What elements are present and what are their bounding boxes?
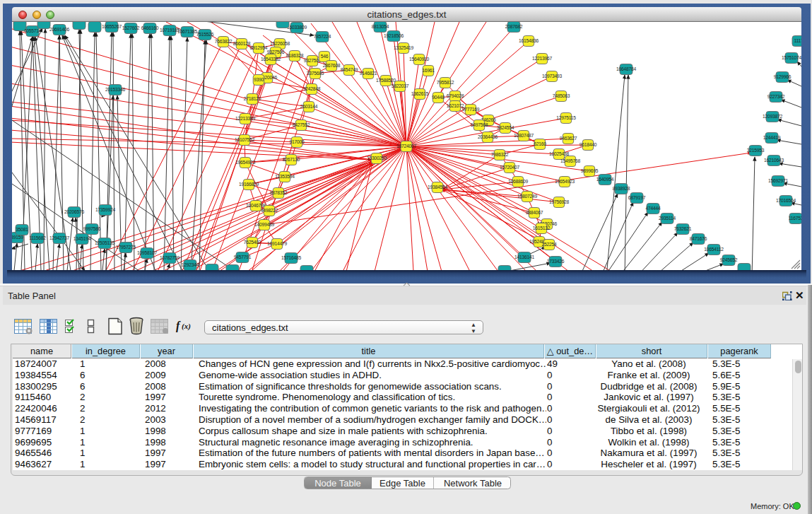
svg-text:9146821: 9146821 [360, 71, 377, 76]
svg-text:16782759: 16782759 [160, 255, 180, 260]
svg-text:16914479: 16914479 [267, 241, 288, 246]
svg-text:7515526: 7515526 [196, 32, 214, 37]
svg-text:1362615: 1362615 [411, 91, 429, 96]
svg-text:12213967: 12213967 [532, 56, 553, 61]
svg-text:16033809: 16033809 [287, 25, 307, 30]
svg-text:12975115: 12975115 [556, 115, 576, 120]
svg-text:1733426: 1733426 [547, 259, 565, 264]
svg-text:8427552: 8427552 [293, 122, 310, 127]
svg-text:16961: 16961 [422, 68, 435, 73]
svg-text:10654112: 10654112 [704, 247, 724, 252]
svg-text:6497568: 6497568 [471, 122, 488, 127]
svg-text:1115682: 1115682 [29, 235, 46, 240]
svg-text:6466160: 6466160 [141, 25, 159, 30]
svg-text:15692971: 15692971 [768, 178, 789, 183]
svg-text:7632621: 7632621 [674, 226, 692, 231]
svg-text:917006: 917006 [289, 139, 305, 144]
svg-text:546: 546 [321, 54, 329, 59]
svg-text:16210643: 16210643 [764, 158, 784, 163]
svg-text:15720407: 15720407 [500, 165, 520, 170]
svg-text:9227342: 9227342 [767, 94, 785, 99]
svg-text:16154836: 16154836 [519, 38, 539, 43]
svg-text:7485063: 7485063 [553, 93, 570, 98]
svg-text:1640954: 1640954 [596, 177, 614, 182]
svg-text:1527602: 1527602 [122, 25, 140, 30]
svg-text:11353594: 11353594 [275, 174, 295, 179]
svg-text:9245652: 9245652 [720, 257, 738, 262]
svg-text:9997586: 9997586 [83, 226, 101, 231]
svg-text:9390: 9390 [254, 77, 264, 82]
svg-text:1244419: 1244419 [763, 135, 781, 140]
svg-text:17016504: 17016504 [776, 198, 796, 203]
svg-text:19166829: 19166829 [239, 182, 259, 187]
svg-text:7955812: 7955812 [437, 80, 454, 85]
svg-text:3215953: 3215953 [747, 148, 765, 153]
svg-text:8912954: 8912954 [250, 45, 268, 50]
svg-text:10655267: 10655267 [102, 24, 122, 29]
svg-text:9618440: 9618440 [579, 142, 597, 147]
svg-text:252254: 252254 [541, 242, 557, 247]
svg-text:10107552: 10107552 [235, 137, 255, 142]
svg-text:90448: 90448 [432, 95, 445, 100]
svg-text:7857224: 7857224 [314, 34, 331, 39]
svg-text:20691406: 20691406 [49, 27, 70, 32]
svg-text:10688609: 10688609 [508, 179, 529, 184]
svg-text:1292344: 1292344 [182, 262, 199, 267]
svg-text:9457791: 9457791 [234, 255, 252, 259]
svg-text:8938928: 8938928 [613, 186, 630, 191]
svg-text:7625402: 7625402 [244, 240, 261, 245]
svg-text:9899695: 9899695 [581, 168, 599, 173]
svg-text:f: f [176, 320, 181, 332]
svg-text:6794028: 6794028 [447, 93, 464, 98]
svg-text:17957275: 17957275 [116, 245, 136, 250]
svg-text:19218506: 19218506 [384, 33, 404, 38]
svg-text:474444: 474444 [645, 206, 661, 211]
svg-text:15807249: 15807249 [517, 194, 538, 199]
svg-text:3824554: 3824554 [497, 125, 514, 130]
svg-text:19654923: 19654923 [555, 179, 575, 184]
svg-text:8186328: 8186328 [286, 53, 304, 58]
svg-text:10973493: 10973493 [542, 74, 563, 78]
svg-text:9129966: 9129966 [774, 74, 792, 79]
svg-text:1615132: 1615132 [533, 226, 551, 230]
svg-text:14136141: 14136141 [514, 255, 535, 259]
svg-text:16648784: 16648784 [616, 66, 637, 71]
svg-text:15495768: 15495768 [560, 158, 581, 163]
svg-text:19654923: 19654923 [235, 160, 256, 165]
svg-text:9242848: 9242848 [303, 86, 321, 91]
svg-text:16543382: 16543382 [261, 57, 281, 62]
svg-text:8267130: 8267130 [283, 157, 300, 162]
svg-text:19384554: 19384554 [428, 185, 448, 189]
svg-text:15640910: 15640910 [409, 57, 430, 62]
svg-text:1117: 1117 [794, 38, 801, 43]
svg-text:9777169: 9777169 [462, 107, 480, 112]
svg-text:116753: 116753 [789, 216, 801, 221]
svg-text:19756928: 19756928 [549, 199, 570, 204]
svg-text:15751074: 15751074 [782, 55, 801, 60]
svg-text:15300293: 15300293 [367, 156, 387, 160]
svg-text:6879197: 6879197 [628, 195, 646, 200]
svg-text:2603144: 2603144 [300, 104, 318, 109]
svg-text:62160: 62160 [534, 141, 546, 146]
svg-text:15226058: 15226058 [270, 41, 290, 46]
svg-text:5822037: 5822037 [392, 83, 409, 88]
svg-text:10046798: 10046798 [246, 203, 266, 208]
svg-text:7663822: 7663822 [215, 39, 233, 44]
svg-text:13325419: 13325419 [394, 45, 414, 50]
svg-text:2867608: 2867608 [323, 63, 341, 68]
svg-text:17588520: 17588520 [376, 78, 396, 83]
svg-text:39159: 39159 [12, 235, 23, 240]
svg-text:8878352: 8878352 [270, 190, 288, 195]
svg-text:17359924: 17359924 [95, 207, 116, 212]
svg-text:20153346: 20153346 [105, 87, 126, 92]
svg-text:20364436: 20364436 [478, 134, 498, 139]
svg-text:2087682: 2087682 [505, 24, 523, 29]
svg-text:8454749: 8454749 [341, 67, 358, 72]
svg-text:1345194: 1345194 [73, 236, 91, 241]
svg-text:7986322: 7986322 [491, 152, 509, 157]
svg-text:8471676: 8471676 [690, 236, 707, 241]
svg-text:16671385: 16671385 [177, 29, 198, 34]
svg-text:8660128: 8660128 [233, 41, 251, 46]
svg-text:10807487: 10807487 [514, 133, 534, 138]
svg-text:12505135: 12505135 [95, 240, 115, 245]
